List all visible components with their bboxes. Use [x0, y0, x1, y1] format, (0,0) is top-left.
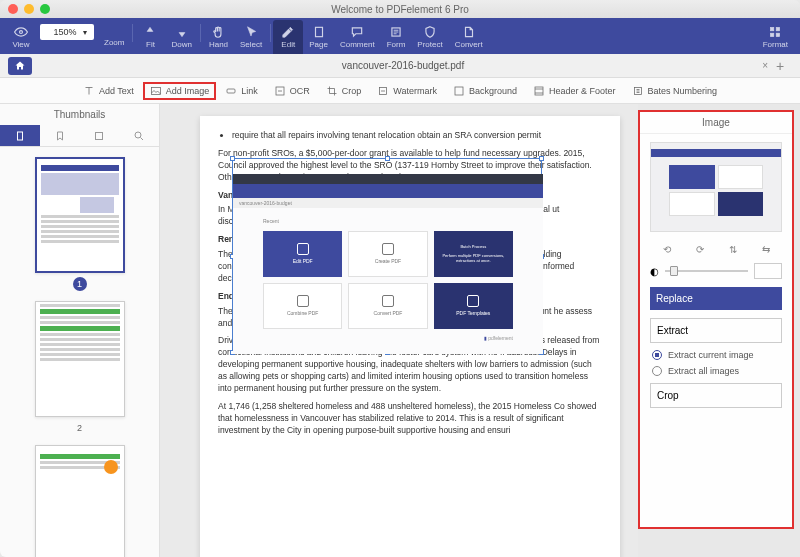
link-icon: [225, 85, 237, 97]
thumbnails-tabs: [0, 125, 159, 147]
page-view[interactable]: require that all repairs involving tenan…: [160, 104, 638, 557]
bookmarks-tab[interactable]: [40, 125, 80, 146]
format-button[interactable]: Format: [757, 20, 794, 54]
close-window[interactable]: [8, 4, 18, 14]
rotate-left-icon[interactable]: ⟲: [663, 244, 671, 255]
select-label: Select: [240, 40, 262, 49]
format-label: Format: [763, 40, 788, 49]
thumbnails-tab[interactable]: [0, 125, 40, 146]
thumbs-list[interactable]: 1 2: [0, 147, 159, 557]
extract-all-option[interactable]: Extract all images: [640, 363, 792, 379]
pencil-icon: [281, 25, 295, 39]
down-label: Down: [171, 40, 191, 49]
view-button[interactable]: View: [6, 20, 36, 54]
radio-icon: [652, 366, 662, 376]
hand-button[interactable]: Hand: [203, 20, 234, 54]
cursor-icon: [244, 25, 258, 39]
edit-button[interactable]: Edit: [273, 20, 303, 54]
slider-thumb[interactable]: [670, 266, 678, 276]
minimize-window[interactable]: [24, 4, 34, 14]
svg-rect-6: [776, 33, 780, 37]
window-title: Welcome to PDFelement 6 Pro: [0, 4, 800, 15]
svg-rect-12: [535, 87, 543, 95]
page-text: require that all repairs involving tenan…: [232, 130, 602, 142]
zoom-window[interactable]: [40, 4, 50, 14]
shield-icon: [423, 25, 437, 39]
window-controls: [8, 4, 50, 14]
close-tab-icon[interactable]: ×: [762, 60, 768, 71]
watermark-button[interactable]: Watermark: [370, 82, 444, 100]
resize-handle[interactable]: [230, 156, 235, 161]
fit-label: Fit: [146, 40, 155, 49]
svg-rect-5: [771, 33, 775, 37]
ocr-button[interactable]: OCR: [267, 82, 317, 100]
opacity-icon: ◐: [650, 266, 659, 277]
convert-button[interactable]: Convert: [449, 20, 489, 54]
thumb-page-3[interactable]: [0, 445, 159, 557]
replace-button[interactable]: Replace: [650, 287, 782, 310]
search-icon: [133, 130, 145, 142]
chevron-down-icon: ▾: [83, 28, 87, 37]
annotations-tab[interactable]: [80, 125, 120, 146]
home-button[interactable]: [8, 57, 32, 75]
titlebar: Welcome to PDFelement 6 Pro: [0, 0, 800, 18]
header-footer-button[interactable]: Header & Footer: [526, 82, 623, 100]
thumb-page-1[interactable]: 1: [0, 157, 159, 291]
comment-button[interactable]: Comment: [334, 20, 381, 54]
svg-rect-8: [227, 89, 235, 93]
document-bar: vancouver-2016-budget.pdf × +: [0, 54, 800, 78]
fit-button[interactable]: Fit: [135, 20, 165, 54]
form-label: Form: [387, 40, 406, 49]
svg-point-16: [135, 132, 141, 138]
ocr-icon: [274, 85, 286, 97]
form-button[interactable]: Form: [381, 20, 412, 54]
watermark-icon: [377, 85, 389, 97]
link-button[interactable]: Link: [218, 82, 265, 100]
fit-up-icon: [143, 25, 157, 39]
zoom-dropdown[interactable]: 150% ▾: [40, 24, 94, 40]
document-tab[interactable]: vancouver-2016-budget.pdf ×: [38, 60, 768, 71]
opacity-slider[interactable]: [665, 270, 748, 272]
crop-image-button[interactable]: Crop: [650, 383, 782, 408]
page-button[interactable]: Page: [303, 20, 334, 54]
bates-icon: [632, 85, 644, 97]
select-button[interactable]: Select: [234, 20, 268, 54]
search-tab[interactable]: [119, 125, 159, 146]
image-properties-panel: Image ⟲ ⟳ ⇅ ⇆ ◐ Replace Extract Extract …: [638, 110, 794, 529]
svg-rect-1: [315, 27, 322, 36]
flip-horizontal-icon[interactable]: ⇆: [762, 244, 770, 255]
bates-button[interactable]: Bates Numbering: [625, 82, 725, 100]
pdf-page[interactable]: require that all repairs involving tenan…: [200, 116, 620, 557]
svg-rect-15: [96, 132, 103, 139]
eye-icon: [14, 25, 28, 39]
crop-button[interactable]: Crop: [319, 82, 369, 100]
header-footer-icon: [533, 85, 545, 97]
add-text-button[interactable]: Add Text: [76, 82, 141, 100]
image-panel-title: Image: [640, 112, 792, 134]
background-button[interactable]: Background: [446, 82, 524, 100]
rotate-right-icon[interactable]: ⟳: [696, 244, 704, 255]
thumb-number: 2: [73, 421, 87, 435]
extract-button[interactable]: Extract: [650, 318, 782, 343]
svg-point-0: [20, 31, 23, 34]
image-selection[interactable]: vancouver-2016-budget Recent Edit PDF Cr…: [232, 158, 542, 353]
protect-button[interactable]: Protect: [411, 20, 448, 54]
thumb-page-2[interactable]: 2: [0, 301, 159, 435]
transform-row: ⟲ ⟳ ⇅ ⇆: [640, 240, 792, 259]
down-button[interactable]: Down: [165, 20, 197, 54]
opacity-slider-row: ◐: [640, 259, 792, 283]
bookmark-icon: [54, 130, 66, 142]
opacity-value-input[interactable]: [754, 263, 782, 279]
workspace: Thumbnails 1 2 require that all repairs …: [0, 104, 800, 557]
svg-rect-11: [455, 87, 463, 95]
flip-vertical-icon[interactable]: ⇅: [729, 244, 737, 255]
add-image-button[interactable]: Add Image: [143, 82, 217, 100]
resize-handle[interactable]: [385, 156, 390, 161]
extract-current-option[interactable]: Extract current image: [640, 347, 792, 363]
add-tab-button[interactable]: +: [776, 58, 792, 74]
resize-handle[interactable]: [539, 156, 544, 161]
page-text: At 1,746 (1,258 sheltered homeless and 4…: [218, 401, 602, 437]
hand-icon: [211, 25, 225, 39]
crop-icon: [326, 85, 338, 97]
divider: [132, 24, 133, 42]
